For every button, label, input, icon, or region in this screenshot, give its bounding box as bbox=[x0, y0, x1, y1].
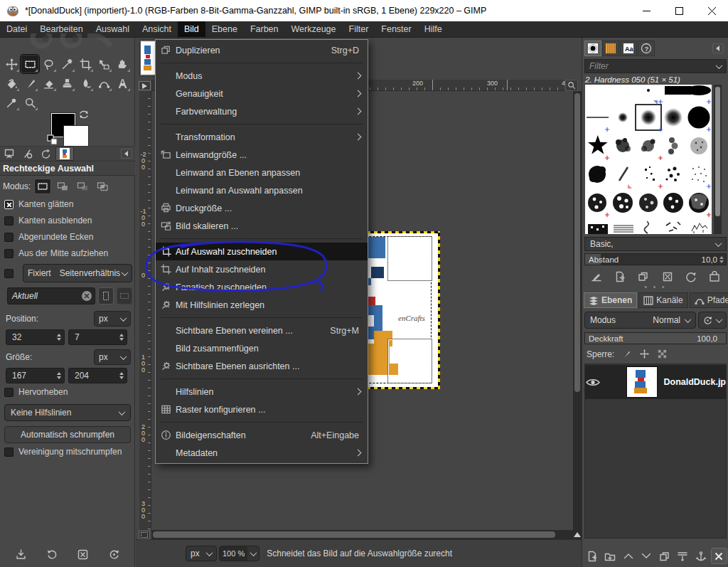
color-picker-tool-button[interactable] bbox=[2, 93, 21, 112]
navigation-button[interactable] bbox=[573, 530, 582, 539]
layer-thumbnail[interactable] bbox=[626, 366, 658, 398]
fuzzy-select-tool-button[interactable] bbox=[58, 55, 76, 73]
brush-grid[interactable] bbox=[585, 85, 712, 234]
vertical-scrollbar-thumb[interactable] bbox=[574, 93, 580, 392]
highlight-checkbox[interactable] bbox=[4, 388, 14, 397]
free-select-tool-button[interactable] bbox=[39, 55, 58, 73]
move-tool-button[interactable] bbox=[2, 55, 21, 73]
zoom-follow-window-button[interactable] bbox=[565, 80, 578, 91]
swap-colors-icon[interactable] bbox=[78, 110, 90, 120]
quick-mask-toggle[interactable] bbox=[139, 531, 150, 539]
menubar-item-farben[interactable]: Farben bbox=[244, 21, 285, 37]
lower-layer-button[interactable] bbox=[638, 548, 655, 564]
menu-item-modus[interactable]: Modus bbox=[156, 67, 368, 85]
close-button[interactable] bbox=[695, 0, 728, 21]
antialiasing-checkbox[interactable] bbox=[4, 200, 14, 209]
delete-layer-button[interactable] bbox=[711, 548, 727, 564]
eraser-tool-button[interactable] bbox=[39, 74, 58, 92]
edit-brush-button[interactable] bbox=[587, 269, 606, 285]
selection-handle-top-right[interactable] bbox=[388, 237, 432, 280]
menu-item-auf-inhalt-zuschneiden[interactable]: Auf Inhalt zuschneiden bbox=[156, 260, 368, 278]
tab-help[interactable]: ? bbox=[638, 41, 655, 56]
rectangle-select-tool-button[interactable] bbox=[21, 55, 39, 73]
status-zoom-combo[interactable]: 100 % bbox=[219, 546, 259, 561]
tab-tool-options[interactable] bbox=[0, 147, 18, 161]
new-layer-button[interactable] bbox=[584, 548, 600, 564]
auto-shrink-button[interactable]: Automatisch schrumpfen bbox=[4, 426, 131, 443]
refresh-brushes-button[interactable] bbox=[682, 269, 700, 285]
tab-ebenen[interactable]: Ebenen bbox=[584, 292, 637, 308]
landscape-orientation-button[interactable] bbox=[117, 287, 132, 304]
menubar-item-bild[interactable]: Bild bbox=[178, 21, 205, 37]
menu-item-bild-zusammenfuegen[interactable]: Bild zusammenfügen bbox=[156, 339, 368, 357]
tab-device-status[interactable] bbox=[18, 147, 37, 161]
menubar-item-hilfe[interactable]: Hilfe bbox=[418, 21, 449, 37]
layer-visibility-toggle[interactable] bbox=[585, 378, 601, 387]
menu-item-leinwand-auswahl[interactable]: Leinwand an Auswahl anpassen bbox=[156, 181, 368, 199]
menu-item-druckgroesse[interactable]: Druckgröße ... bbox=[156, 199, 368, 217]
text-tool-button[interactable] bbox=[113, 74, 132, 92]
new-layer-group-button[interactable] bbox=[602, 548, 619, 564]
spinner-arrows-icon[interactable] bbox=[719, 256, 726, 263]
raise-layer-button[interactable] bbox=[620, 548, 636, 564]
vertical-ruler[interactable]: -200 -100 0 100 200 300 400 bbox=[139, 91, 151, 530]
position-y-input[interactable]: 7 bbox=[68, 329, 127, 345]
lock-position-button[interactable] bbox=[639, 349, 650, 359]
save-preset-button[interactable] bbox=[11, 546, 32, 563]
paintbrush-tool-button[interactable] bbox=[21, 74, 39, 92]
brush-filter-input[interactable]: Filter bbox=[584, 59, 727, 73]
menu-item-metadaten[interactable]: Metadaten bbox=[156, 444, 368, 462]
menu-item-raster-konfigurieren[interactable]: Raster konfigurieren ... bbox=[156, 401, 368, 418]
spinner-arrows-icon[interactable] bbox=[119, 372, 125, 379]
anchor-layer-button[interactable] bbox=[692, 548, 709, 564]
mode-subtract-button[interactable] bbox=[74, 179, 91, 194]
dock-collapse-button[interactable] bbox=[121, 149, 132, 159]
highlight-row[interactable]: Hervorheben bbox=[0, 383, 135, 400]
tab-image-thumbnail[interactable] bbox=[55, 147, 74, 161]
image-tab[interactable] bbox=[139, 39, 156, 77]
clone-tool-button[interactable] bbox=[58, 74, 76, 92]
tab-fonts[interactable]: Aa bbox=[620, 41, 637, 56]
shrink-merged-checkbox[interactable] bbox=[4, 447, 14, 457]
menu-item-duplizieren[interactable]: Duplizieren Strg+D bbox=[156, 41, 368, 59]
mode-intersect-button[interactable] bbox=[94, 179, 111, 194]
mode-add-button[interactable] bbox=[54, 179, 71, 194]
clear-entry-icon[interactable] bbox=[82, 291, 92, 301]
paths-tool-button[interactable] bbox=[95, 74, 113, 92]
merge-down-button[interactable] bbox=[675, 548, 691, 564]
unified-transform-tool-button[interactable] bbox=[95, 55, 113, 73]
spinner-arrows-icon[interactable] bbox=[119, 334, 125, 341]
menu-item-fanatisch-zuschneiden[interactable]: Fanatisch zuschneiden bbox=[156, 278, 368, 296]
reset-tool-button[interactable] bbox=[103, 546, 124, 563]
new-brush-button[interactable] bbox=[611, 269, 629, 285]
tab-pfade[interactable]: Pfade bbox=[690, 292, 728, 308]
layer-mode-dropdown[interactable]: Modus Normal bbox=[584, 312, 696, 329]
brush-scrollbar-thumb[interactable] bbox=[715, 87, 720, 216]
menu-item-hilfslinien[interactable]: Hilfslinien bbox=[156, 383, 368, 401]
ratio-entry[interactable]: Aktuell bbox=[7, 287, 95, 304]
lock-pixels-button[interactable] bbox=[621, 349, 632, 359]
crop-tool-button[interactable] bbox=[76, 55, 95, 73]
menu-item-genauigkeit[interactable]: Genauigkeit bbox=[156, 85, 368, 102]
dock-grip[interactable]: • • • bbox=[582, 285, 728, 290]
position-x-input[interactable]: 32 bbox=[6, 329, 65, 345]
menu-item-leinwandgroesse[interactable]: Leinwandgröße ... bbox=[156, 146, 368, 164]
smudge-tool-button[interactable] bbox=[76, 74, 95, 92]
minimize-button[interactable] bbox=[630, 0, 663, 21]
size-height-input[interactable]: 204 bbox=[68, 368, 127, 383]
status-unit-dropdown[interactable]: px bbox=[186, 546, 217, 561]
zoom-tool-button[interactable] bbox=[21, 93, 39, 112]
antialiasing-row[interactable]: Kanten glätten bbox=[0, 196, 135, 212]
duplicate-brush-button[interactable] bbox=[634, 269, 653, 285]
menubar-item-werkzeuge[interactable]: Werkzeuge bbox=[285, 21, 343, 37]
bucket-fill-tool-button[interactable] bbox=[2, 74, 21, 92]
feather-checkbox[interactable] bbox=[4, 216, 14, 226]
tab-kanaele[interactable]: Kanäle bbox=[638, 292, 687, 308]
ruler-menu-button[interactable] bbox=[139, 81, 151, 90]
tab-patterns[interactable] bbox=[602, 41, 619, 56]
expand-from-center-checkbox[interactable] bbox=[4, 249, 14, 258]
size-width-input[interactable]: 167 bbox=[6, 368, 65, 383]
tab-undo-history[interactable] bbox=[37, 147, 55, 161]
delete-brush-button[interactable] bbox=[658, 269, 677, 285]
rounded-corners-checkbox[interactable] bbox=[4, 233, 14, 242]
